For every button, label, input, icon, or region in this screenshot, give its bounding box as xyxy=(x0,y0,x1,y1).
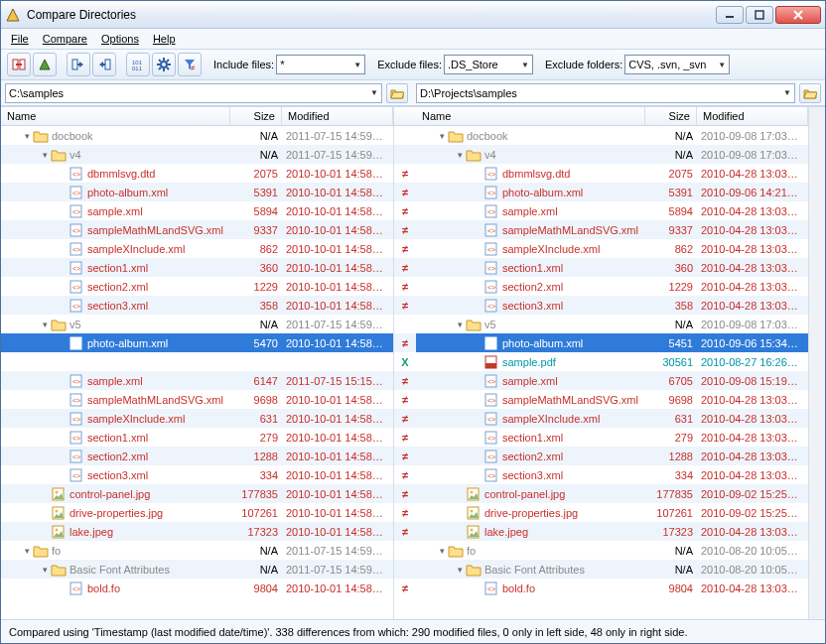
col-size[interactable]: Size xyxy=(230,107,282,125)
table-row[interactable]: <>photo-album.xml53912010-09-06 14:21… xyxy=(416,183,808,201)
folder-icon xyxy=(33,543,49,559)
expand-toggle[interactable]: ▾ xyxy=(39,320,51,329)
expand-toggle[interactable]: ▾ xyxy=(454,320,466,329)
table-row[interactable]: lake.jpeg173232010-10-01 14:58… xyxy=(1,522,393,541)
table-row[interactable]: <>sampleXInclude.xml6312010-04-28 13:03… xyxy=(416,409,808,428)
table-row[interactable]: <>bold.fo98042010-10-01 14:58… xyxy=(1,579,393,597)
table-row[interactable]: ▾foN/A2011-07-15 14:59… xyxy=(1,541,393,560)
table-row[interactable]: <>sample.xml67052010-09-08 15:19… xyxy=(416,371,808,390)
table-row[interactable]: <>section3.xml3342010-04-28 13:03… xyxy=(416,465,808,484)
table-row[interactable]: <>photo-album.xml54512010-09-06 15:34… xyxy=(416,333,808,352)
menu-compare[interactable]: Compare xyxy=(43,33,87,45)
table-row[interactable]: drive-properties.jpg1072612010-10-01 14:… xyxy=(1,503,393,522)
table-row[interactable]: <>section3.xml3582010-10-01 14:58… xyxy=(1,296,393,315)
table-row[interactable]: sample.pdf305612010-08-27 16:26… xyxy=(416,352,808,371)
table-row[interactable]: <>sampleMathMLandSVG.xml93372010-04-28 1… xyxy=(416,220,808,239)
table-row[interactable]: <>sampleXInclude.xml8622010-04-28 13:03… xyxy=(416,239,808,258)
col-size[interactable]: Size xyxy=(645,107,697,125)
table-row[interactable]: <>dbmmlsvg.dtd20752010-04-28 13:03… xyxy=(416,164,808,183)
left-rows[interactable]: ▾docbookN/A2011-07-15 14:59…▾v4N/A2011-0… xyxy=(1,126,393,619)
table-row[interactable]: <>section2.xml12882010-10-01 14:58… xyxy=(1,447,393,465)
table-row[interactable]: ▾Basic Font AttributesN/A2011-07-15 14:5… xyxy=(1,560,393,579)
table-row[interactable]: ▾docbookN/A2011-07-15 14:59… xyxy=(1,126,393,145)
expand-toggle[interactable]: ▾ xyxy=(454,150,466,160)
table-row[interactable]: <>sample.xml58942010-10-01 14:58… xyxy=(1,201,393,220)
exclude-folders-input[interactable]: CVS, .svn, _svn▼ xyxy=(624,55,730,74)
table-row[interactable]: ▾v4N/A2011-07-15 14:59… xyxy=(1,145,393,164)
table-row[interactable]: <>bold.fo98042010-04-28 13:03… xyxy=(416,579,808,597)
copy-right-button[interactable] xyxy=(92,53,116,76)
file-name: drive-properties.jpg xyxy=(484,507,578,519)
table-row[interactable]: <>sampleXInclude.xml6312010-10-01 14:58… xyxy=(1,409,393,428)
close-button[interactable] xyxy=(775,6,821,24)
col-name[interactable]: Name xyxy=(416,107,645,125)
table-row[interactable]: lake.jpeg173232010-04-28 13:03… xyxy=(416,522,808,541)
table-row[interactable]: <>section1.xml3602010-10-01 14:58… xyxy=(1,258,393,277)
main-app-button[interactable] xyxy=(33,53,57,76)
left-browse-button[interactable] xyxy=(386,83,408,103)
compare-button[interactable] xyxy=(7,53,31,76)
left-path-input[interactable]: C:\samples▼ xyxy=(5,83,382,103)
table-row[interactable]: <>sample.xml58942010-04-28 13:03… xyxy=(416,201,808,220)
table-row[interactable]: <>dbmmlsvg.dtd20752010-10-01 14:58… xyxy=(1,164,393,183)
file-name: lake.jpeg xyxy=(484,526,528,538)
expand-toggle[interactable]: ▾ xyxy=(21,131,33,141)
menu-file[interactable]: File xyxy=(11,33,29,45)
xml-icon: <> xyxy=(69,185,84,200)
include-files-input[interactable]: *▼ xyxy=(276,55,365,74)
filter-button[interactable]: ≠ xyxy=(178,53,202,76)
table-row[interactable]: control-panel.jpg1778352010-10-01 14:58… xyxy=(1,484,393,503)
col-name[interactable]: Name xyxy=(1,107,230,125)
table-row[interactable]: ▾v5N/A2010-09-08 17:03… xyxy=(416,315,808,333)
expand-toggle[interactable]: ▾ xyxy=(21,546,33,556)
table-row[interactable]: <>section2.xml12292010-10-01 14:58… xyxy=(1,277,393,296)
diff-indicator: ≠ xyxy=(394,428,416,447)
table-row[interactable]: <>section1.xml2792010-10-01 14:58… xyxy=(1,428,393,447)
minimize-button[interactable] xyxy=(716,6,744,24)
copy-left-button[interactable] xyxy=(67,53,90,76)
expand-toggle[interactable]: ▾ xyxy=(39,150,51,160)
maximize-button[interactable] xyxy=(746,6,773,24)
table-row[interactable]: <>section3.xml3342010-10-01 14:58… xyxy=(1,465,393,484)
table-row[interactable]: ▾v5N/A2011-07-15 14:59… xyxy=(1,315,393,333)
table-row[interactable]: <>section3.xml3582010-04-28 13:03… xyxy=(416,296,808,315)
right-path-input[interactable]: D:\Projects\samples▼ xyxy=(416,83,795,103)
menu-options[interactable]: Options xyxy=(101,33,139,45)
table-row[interactable]: <>sampleMathMLandSVG.xml96982010-04-28 1… xyxy=(416,390,808,409)
table-row[interactable]: <>section2.xml12882010-04-28 13:03… xyxy=(416,447,808,465)
right-browse-button[interactable] xyxy=(799,83,821,103)
file-name: lake.jpeg xyxy=(69,526,113,538)
col-modified[interactable]: Modified xyxy=(282,107,393,125)
exclude-files-input[interactable]: .DS_Store▼ xyxy=(444,55,533,74)
table-row[interactable]: ▾Basic Font AttributesN/A2010-08-20 10:0… xyxy=(416,560,808,579)
file-size: 5391 xyxy=(230,187,282,198)
table-row[interactable]: <>photo-album.xml53912010-10-01 14:58… xyxy=(1,183,393,201)
table-row[interactable]: <>sampleMathMLandSVG.xml96982010-10-01 1… xyxy=(1,390,393,409)
file-name: section1.xml xyxy=(87,262,148,274)
expand-toggle[interactable]: ▾ xyxy=(39,565,51,575)
col-modified[interactable]: Modified xyxy=(697,107,808,125)
file-name: sample.xml xyxy=(87,375,143,387)
table-row[interactable]: ▾foN/A2010-08-20 10:05… xyxy=(416,541,808,560)
table-row[interactable]: <>section2.xml12292010-04-28 13:03… xyxy=(416,277,808,296)
table-row[interactable] xyxy=(1,352,393,371)
table-row[interactable]: <>section1.xml2792010-04-28 13:03… xyxy=(416,428,808,447)
table-row[interactable]: <>section1.xml3602010-04-28 13:03… xyxy=(416,258,808,277)
svg-text:<>: <> xyxy=(72,265,80,272)
menu-help[interactable]: Help xyxy=(153,33,176,45)
expand-toggle[interactable]: ▾ xyxy=(436,546,448,556)
table-row[interactable]: <>sample.xml61472011-07-15 15:15… xyxy=(1,371,393,390)
settings-button[interactable] xyxy=(152,53,176,76)
binary-compare-button[interactable]: 101011 xyxy=(126,53,150,76)
table-row[interactable]: ▾docbookN/A2010-09-08 17:03… xyxy=(416,126,808,145)
table-row[interactable]: <>sampleMathMLandSVG.xml93372010-10-01 1… xyxy=(1,220,393,239)
expand-toggle[interactable]: ▾ xyxy=(436,131,448,141)
table-row[interactable]: control-panel.jpg1778352010-09-02 15:25… xyxy=(416,484,808,503)
vertical-scrollbar[interactable] xyxy=(808,107,825,619)
table-row[interactable]: ▾v4N/A2010-09-08 17:03… xyxy=(416,145,808,164)
table-row[interactable]: drive-properties.jpg1072612010-09-02 15:… xyxy=(416,503,808,522)
table-row[interactable]: <>sampleXInclude.xml8622010-10-01 14:58… xyxy=(1,239,393,258)
table-row[interactable]: <>photo-album.xml54702010-10-01 14:58… xyxy=(1,333,393,352)
right-rows[interactable]: ▾docbookN/A2010-09-08 17:03…▾v4N/A2010-0… xyxy=(416,126,808,619)
expand-toggle[interactable]: ▾ xyxy=(454,565,466,575)
